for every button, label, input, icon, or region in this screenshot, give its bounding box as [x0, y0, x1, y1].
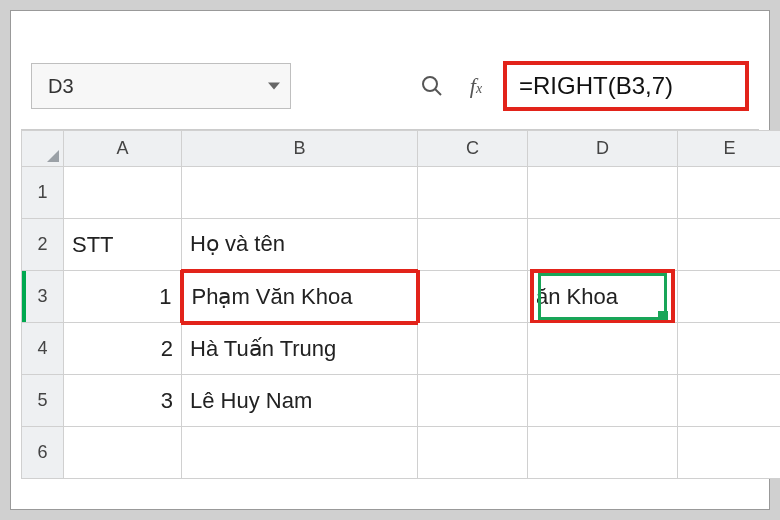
row-header[interactable]: 6 [22, 427, 64, 479]
row-header[interactable]: 5 [22, 375, 64, 427]
cell-value: ăn Khoa [536, 284, 618, 310]
cell[interactable] [418, 427, 528, 479]
cell[interactable] [678, 375, 781, 427]
cell[interactable] [528, 167, 678, 219]
svg-point-0 [423, 77, 437, 91]
row-header-active[interactable]: 3 [22, 271, 64, 323]
col-header-a[interactable]: A [64, 131, 182, 167]
row-header[interactable]: 2 [22, 219, 64, 271]
col-header-b[interactable]: B [182, 131, 418, 167]
svg-line-1 [435, 89, 441, 95]
cell[interactable] [418, 323, 528, 375]
formula-bar: D3 fx =RIGHT(B3,7) [21, 47, 759, 130]
formula-input[interactable]: =RIGHT(B3,7) [511, 67, 741, 105]
cell[interactable] [528, 219, 678, 271]
col-header-c[interactable]: C [418, 131, 528, 167]
cell[interactable]: STT [64, 219, 182, 271]
row-1: 1 [22, 167, 781, 219]
chevron-down-icon[interactable] [268, 83, 280, 90]
cell[interactable]: 3 [64, 375, 182, 427]
cell[interactable] [678, 323, 781, 375]
cell[interactable] [528, 427, 678, 479]
cell[interactable] [64, 167, 182, 219]
cell[interactable]: Lê Huy Nam [182, 375, 418, 427]
cell[interactable]: Hà Tuấn Trung [182, 323, 418, 375]
spreadsheet-window: D3 fx =RIGHT(B3,7) A B [10, 10, 770, 510]
col-header-d[interactable]: D [528, 131, 678, 167]
name-box-value: D3 [48, 75, 74, 98]
fx-icon[interactable]: fx [459, 69, 493, 103]
cell[interactable] [418, 167, 528, 219]
col-header-e[interactable]: E [678, 131, 781, 167]
cell[interactable] [528, 323, 678, 375]
spreadsheet-grid[interactable]: A B C D E 1 2 STT [21, 130, 759, 479]
cell[interactable] [418, 219, 528, 271]
cell[interactable]: Họ và tên [182, 219, 418, 271]
cell[interactable]: 2 [64, 323, 182, 375]
cell[interactable] [418, 271, 528, 323]
cell[interactable] [678, 271, 781, 323]
cell[interactable] [678, 427, 781, 479]
row-2: 2 STT Họ và tên [22, 219, 781, 271]
select-all-corner[interactable] [22, 131, 64, 167]
zoom-icon[interactable] [415, 69, 449, 103]
cell-b3-highlight[interactable]: Phạm Văn Khoa [182, 271, 418, 323]
cell[interactable]: 1 [64, 271, 182, 323]
cell[interactable] [182, 167, 418, 219]
row-4: 4 2 Hà Tuấn Trung [22, 323, 781, 375]
row-3: 3 1 Phạm Văn Khoa ăn Khoa [22, 271, 781, 323]
cell[interactable] [678, 167, 781, 219]
formula-text: =RIGHT(B3,7) [519, 72, 673, 100]
cell[interactable] [418, 375, 528, 427]
cell-d3-active[interactable]: ăn Khoa [528, 271, 678, 323]
row-header[interactable]: 4 [22, 323, 64, 375]
cell[interactable] [528, 375, 678, 427]
cell[interactable] [678, 219, 781, 271]
formula-highlight: =RIGHT(B3,7) [503, 61, 749, 111]
row-6: 6 [22, 427, 781, 479]
cell[interactable] [182, 427, 418, 479]
row-5: 5 3 Lê Huy Nam [22, 375, 781, 427]
name-box[interactable]: D3 [31, 63, 291, 109]
cell[interactable] [64, 427, 182, 479]
row-header[interactable]: 1 [22, 167, 64, 219]
